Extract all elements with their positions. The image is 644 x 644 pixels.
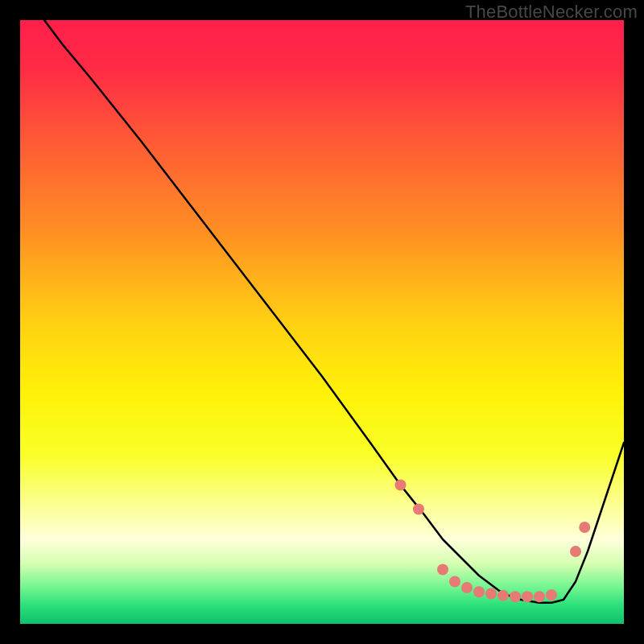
- optimum-marker: [473, 586, 485, 597]
- optimum-marker: [570, 546, 581, 557]
- optimum-marker: [546, 589, 557, 601]
- optimum-marker: [413, 504, 424, 515]
- optimum-marker: [497, 590, 509, 601]
- optimum-marker: [510, 591, 521, 602]
- optimum-marker: [461, 582, 473, 593]
- chart-frame: [20, 20, 624, 624]
- optimum-marker: [579, 522, 590, 533]
- optimum-marker: [522, 591, 533, 602]
- bottleneck-chart: [20, 20, 624, 624]
- optimum-marker: [449, 576, 460, 588]
- optimum-marker: [485, 588, 497, 600]
- optimum-marker: [395, 480, 407, 491]
- chart-background: [20, 20, 624, 624]
- optimum-marker: [437, 564, 448, 576]
- optimum-marker: [534, 591, 545, 602]
- watermark: TheBottleNecker.com: [465, 2, 638, 23]
